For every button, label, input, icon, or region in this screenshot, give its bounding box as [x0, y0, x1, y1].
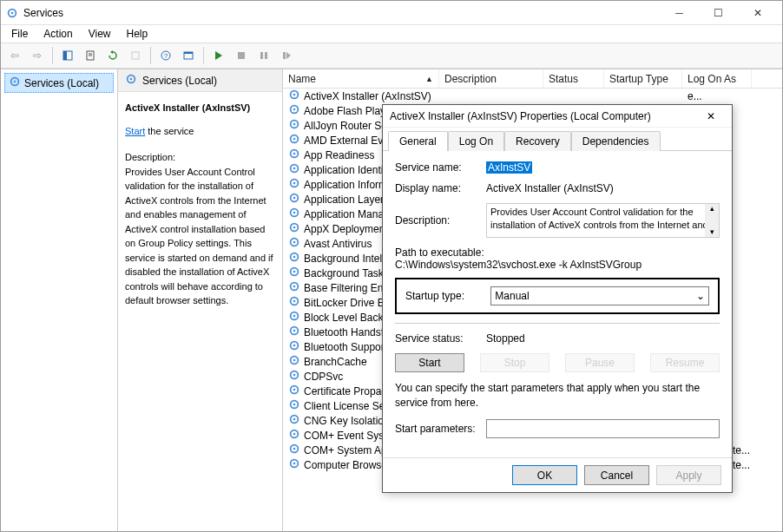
menu-file[interactable]: File: [4, 26, 35, 42]
dialog-desc-text: Provides User Account Control validation…: [490, 207, 708, 229]
detail-body: ActiveX Installer (AxInstSV) Start the s…: [118, 92, 282, 317]
start-button[interactable]: Start: [395, 353, 464, 372]
svg-rect-11: [184, 52, 193, 54]
tab-dependencies[interactable]: Dependencies: [571, 131, 661, 151]
separator: [203, 47, 204, 64]
gear-icon: [288, 192, 300, 207]
svg-rect-12: [238, 52, 245, 59]
pause-service-button[interactable]: [253, 45, 274, 66]
col-name[interactable]: Name ▲: [283, 69, 439, 88]
col-description[interactable]: Description: [439, 69, 543, 88]
properties-button2[interactable]: [178, 45, 199, 66]
tab-recovery[interactable]: Recovery: [504, 131, 571, 151]
dialog-close-button[interactable]: ✕: [697, 106, 725, 127]
back-button[interactable]: ⇦: [4, 45, 25, 66]
apply-button[interactable]: Apply: [656, 465, 721, 485]
service-name-value[interactable]: AxInstSV: [486, 161, 532, 174]
scroll-up-icon[interactable]: ▴: [705, 204, 719, 214]
svg-point-27: [293, 138, 296, 141]
services-tree-icon: [9, 76, 21, 90]
col-logon[interactable]: Log On As: [682, 69, 752, 88]
pause-button: Pause: [565, 353, 635, 372]
gear-icon: [288, 133, 300, 148]
gear-icon: [288, 325, 300, 339]
tab-logon[interactable]: Log On: [448, 131, 504, 151]
service-name: App Readiness: [304, 149, 374, 161]
start-params-label: Start parameters:: [395, 423, 477, 435]
start-service-button[interactable]: [208, 45, 229, 66]
cancel-button[interactable]: Cancel: [584, 465, 649, 485]
list-header: Name ▲ Description Status Startup Type L…: [283, 69, 782, 89]
dialog-desc-box[interactable]: Provides User Account Control validation…: [486, 203, 720, 238]
svg-point-49: [293, 300, 296, 303]
svg-point-35: [293, 197, 296, 200]
desc-scrollbar[interactable]: ▴ ▾: [705, 204, 719, 237]
gear-icon: [288, 295, 300, 310]
menu-action[interactable]: Action: [36, 26, 79, 42]
menu-view[interactable]: View: [82, 26, 118, 42]
refresh-button[interactable]: [102, 45, 123, 66]
start-params-input[interactable]: [486, 419, 720, 438]
svg-point-33: [293, 182, 296, 185]
svg-point-61: [293, 389, 296, 391]
stop-service-button[interactable]: [231, 45, 252, 66]
chevron-down-icon: ⌄: [696, 290, 705, 302]
tree-pane: Services (Local): [1, 69, 118, 531]
gear-icon: [288, 280, 300, 295]
startup-type-group: Startup type: Manual ⌄: [395, 278, 720, 314]
forward-button[interactable]: ⇨: [27, 45, 48, 66]
tree-root-item[interactable]: Services (Local): [4, 73, 114, 93]
start-service-link[interactable]: Start: [125, 126, 145, 136]
col-startup[interactable]: Startup Type: [604, 69, 682, 88]
svg-point-53: [293, 330, 296, 332]
svg-point-47: [293, 286, 296, 288]
stop-button: Stop: [480, 353, 549, 372]
menu-help[interactable]: Help: [120, 26, 155, 42]
svg-point-29: [293, 153, 296, 155]
svg-text:?: ?: [164, 52, 168, 60]
scroll-down-icon[interactable]: ▾: [705, 227, 719, 238]
maximize-button[interactable]: ☐: [699, 1, 738, 25]
properties-toolbar-button[interactable]: [80, 45, 101, 66]
col-status[interactable]: Status: [543, 69, 604, 88]
svg-point-65: [293, 418, 296, 421]
service-row[interactable]: ActiveX Installer (AxInstSV)e...: [283, 89, 782, 103]
show-hide-tree-button[interactable]: [57, 45, 78, 66]
gear-icon: [288, 428, 300, 443]
restart-service-button[interactable]: [276, 45, 297, 66]
gear-icon: [288, 339, 300, 354]
svg-point-57: [293, 359, 296, 362]
startup-type-select[interactable]: Manual ⌄: [490, 286, 709, 305]
gear-icon: [288, 177, 300, 192]
export-button[interactable]: [125, 45, 146, 66]
svg-point-69: [293, 448, 296, 450]
properties-dialog: ActiveX Installer (AxInstSV) Properties …: [382, 104, 733, 493]
dialog-titlebar[interactable]: ActiveX Installer (AxInstSV) Properties …: [383, 105, 732, 128]
startup-type-label: Startup type:: [405, 290, 482, 302]
minimize-button[interactable]: ─: [660, 1, 699, 25]
pane-title: Services (Local): [142, 75, 217, 87]
separator: [52, 47, 53, 64]
gear-icon: [288, 266, 300, 280]
start-params-hint: You can specify the start parameters tha…: [395, 381, 720, 410]
service-name: Application Identity: [304, 164, 392, 176]
gear-icon: [288, 398, 300, 413]
svg-point-51: [293, 315, 296, 318]
svg-rect-13: [260, 52, 263, 59]
toolbar: ⇦ ⇨ ?: [1, 43, 782, 69]
ok-button[interactable]: OK: [512, 465, 577, 485]
dialog-buttons: OK Cancel Apply: [383, 457, 732, 492]
tab-general[interactable]: General: [388, 131, 448, 151]
gear-icon: [288, 354, 300, 369]
gear-icon: [288, 310, 300, 325]
svg-rect-14: [265, 52, 267, 59]
gear-icon: [288, 413, 300, 428]
svg-point-23: [293, 108, 296, 111]
gear-icon: [288, 89, 300, 103]
dialog-desc-label: Description:: [395, 214, 477, 227]
close-button[interactable]: ✕: [738, 1, 777, 25]
svg-point-37: [293, 212, 296, 214]
gear-icon: [288, 148, 300, 162]
help-button[interactable]: ?: [155, 45, 176, 66]
svg-point-67: [293, 433, 296, 436]
